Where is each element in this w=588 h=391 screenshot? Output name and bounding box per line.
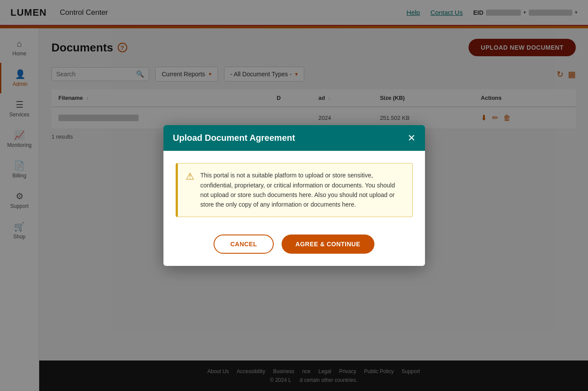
upload-agreement-modal: Upload Document Agreement ✕ ⚠ This porta…: [163, 125, 425, 266]
cancel-button[interactable]: CANCEL: [214, 235, 273, 254]
agree-continue-button[interactable]: AGREE & CONTINUE: [282, 235, 374, 254]
warning-text: This portal is not a suitable platform t…: [201, 170, 404, 210]
modal-header: Upload Document Agreement ✕: [163, 125, 425, 151]
modal-title: Upload Document Agreement: [173, 133, 295, 143]
warning-icon: ⚠: [186, 171, 194, 182]
modal-body: ⚠ This portal is not a suitable platform…: [163, 151, 425, 226]
modal-footer: CANCEL AGREE & CONTINUE: [163, 226, 425, 266]
warning-box: ⚠ This portal is not a suitable platform…: [176, 163, 413, 217]
modal-overlay: Upload Document Agreement ✕ ⚠ This porta…: [0, 0, 588, 391]
modal-close-button[interactable]: ✕: [408, 133, 415, 143]
